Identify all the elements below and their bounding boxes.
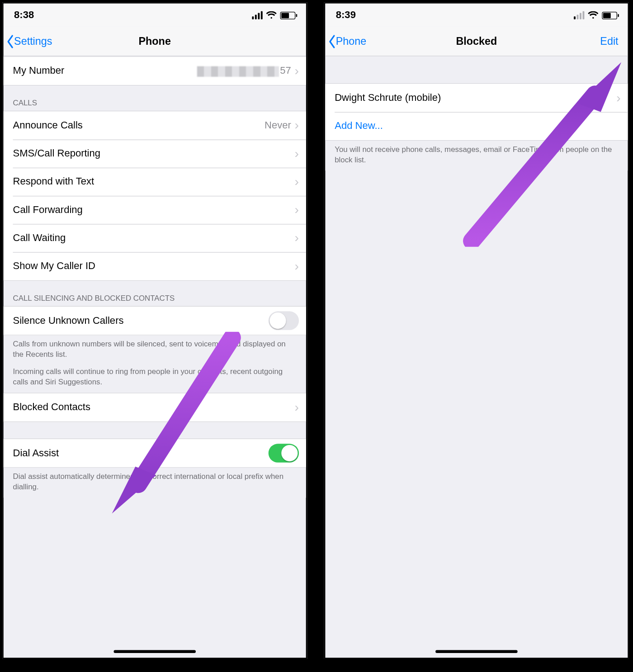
- toggle-silence-unknown[interactable]: [269, 311, 299, 330]
- chevron-right-icon: ›: [295, 401, 299, 414]
- row-announce-calls[interactable]: Announce CallsNever›: [4, 111, 306, 139]
- section-header-silencing: CALL SILENCING AND BLOCKED CONTACTS: [4, 281, 306, 306]
- battery-icon: [280, 11, 296, 19]
- row-label: My Number: [13, 65, 197, 77]
- chevron-right-icon: ›: [295, 232, 299, 245]
- phone-settings-screen: 8:38 Settings Phone My Number 57 ›: [2, 2, 307, 659]
- row-label: SMS/Call Reporting: [13, 148, 295, 160]
- back-label: Phone: [336, 35, 366, 47]
- chevron-right-icon: ›: [295, 175, 299, 189]
- chevron-right-icon: ›: [616, 91, 620, 104]
- status-icons: [252, 11, 295, 19]
- row-value: Never: [265, 119, 291, 131]
- status-time: 8:38: [14, 9, 34, 21]
- row-my-number[interactable]: My Number 57 ›: [4, 57, 306, 85]
- group-dial-assist: Dial Assist: [4, 439, 306, 468]
- status-time: 8:39: [336, 9, 356, 21]
- row-label: Silence Unknown Callers: [13, 315, 269, 327]
- section-footer-silence-2: Incoming calls will continue to ring fro…: [4, 365, 306, 393]
- wifi-icon: [588, 11, 598, 19]
- row-call-forwarding[interactable]: Call Forwarding›: [4, 196, 306, 224]
- row-blocked-contact[interactable]: Dwight Schrute (mobile)›: [325, 84, 628, 112]
- row-label: Announce Calls: [13, 119, 265, 131]
- status-bar: 8:39: [325, 4, 628, 27]
- chevron-right-icon: ›: [295, 147, 299, 160]
- row-call-waiting[interactable]: Call Waiting›: [4, 224, 306, 252]
- nav-bar: Phone Blocked Edit: [325, 27, 628, 57]
- group-my-number: My Number 57 ›: [4, 56, 306, 85]
- chevron-right-icon: ›: [295, 119, 299, 132]
- chevron-left-icon: [328, 34, 336, 48]
- group-calls: Announce CallsNever›SMS/Call Reporting›R…: [4, 111, 306, 281]
- cellular-icon: [252, 11, 262, 19]
- row-silence-unknown[interactable]: Silence Unknown Callers: [4, 307, 306, 335]
- section-footer-dial: Dial assist automatically determines the…: [4, 468, 306, 498]
- row-dial-assist[interactable]: Dial Assist: [4, 439, 306, 467]
- group-blocked: Blocked Contacts ›: [4, 393, 306, 422]
- back-label: Settings: [14, 35, 52, 47]
- add-new-label: Add New...: [335, 120, 621, 132]
- battery-icon: [602, 11, 617, 19]
- section-header-calls: CALLS: [4, 85, 306, 111]
- nav-bar: Settings Phone: [4, 27, 306, 57]
- row-show-my-caller-id[interactable]: Show My Caller ID›: [4, 252, 306, 280]
- chevron-right-icon: ›: [295, 65, 299, 78]
- status-icons: [574, 11, 617, 19]
- group-blocked-list: Dwight Schrute (mobile)› Add New...: [325, 83, 628, 141]
- row-label: Call Waiting: [13, 232, 295, 244]
- wifi-icon: [266, 11, 277, 19]
- row-add-new[interactable]: Add New...: [325, 112, 628, 140]
- row-blocked-contacts[interactable]: Blocked Contacts ›: [4, 393, 306, 421]
- row-sms-call-reporting[interactable]: SMS/Call Reporting›: [4, 140, 306, 168]
- row-label: Show My Caller ID: [13, 260, 295, 272]
- group-silence: Silence Unknown Callers: [4, 306, 306, 336]
- row-value: 57: [197, 65, 291, 77]
- section-footer-blocked: You will not receive phone calls, messag…: [325, 141, 628, 170]
- back-button[interactable]: Phone: [328, 34, 367, 48]
- redacted-number: [197, 66, 279, 76]
- edit-button[interactable]: Edit: [600, 35, 623, 47]
- row-label: Respond with Text: [13, 176, 295, 188]
- home-indicator: [113, 650, 195, 653]
- row-label: Blocked Contacts: [13, 402, 295, 413]
- nav-title: Blocked: [325, 35, 628, 47]
- status-bar: 8:38: [4, 4, 306, 27]
- section-footer-silence-1: Calls from unknown numbers will be silen…: [4, 335, 306, 365]
- home-indicator: [435, 650, 517, 653]
- row-label: Dial Assist: [13, 447, 269, 459]
- chevron-left-icon: [6, 34, 14, 48]
- chevron-right-icon: ›: [295, 203, 299, 217]
- row-respond-with-text[interactable]: Respond with Text›: [4, 168, 306, 196]
- row-label: Dwight Schrute (mobile): [335, 92, 616, 104]
- toggle-dial-assist[interactable]: [269, 444, 299, 463]
- back-button[interactable]: Settings: [6, 34, 52, 48]
- chevron-right-icon: ›: [295, 260, 299, 273]
- row-label: Call Forwarding: [13, 204, 295, 216]
- cellular-icon: [574, 11, 584, 19]
- blocked-list-screen: 8:39 Phone Blocked Edit Dwight Schrute (…: [324, 2, 629, 659]
